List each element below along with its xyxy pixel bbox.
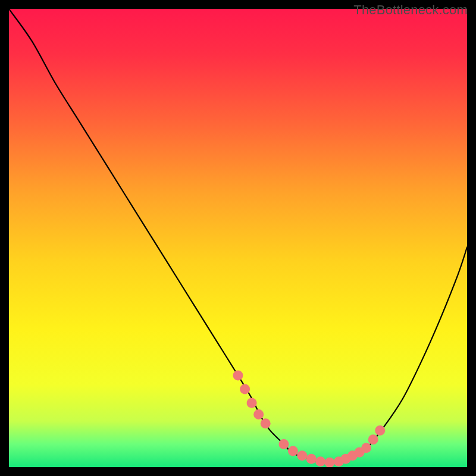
highlight-dot [375,425,385,436]
highlight-dot [297,450,307,461]
gradient-background [9,9,467,467]
highlight-dot [279,439,289,449]
highlight-dot [306,454,317,464]
highlight-dot [368,434,378,444]
highlight-dot [361,443,371,453]
highlight-dot [261,418,271,428]
chart-container: TheBottleneck.com [0,0,476,476]
highlight-dot [288,446,298,456]
highlight-dot [253,409,264,419]
highlight-dot [240,384,250,394]
watermark-text: TheBottleneck.com [353,2,468,18]
highlight-dot [247,398,257,408]
highlight-dot [325,458,335,467]
highlight-dot [233,371,243,381]
bottleneck-chart [9,9,467,467]
plot-area [9,9,467,467]
highlight-dot [315,456,325,466]
